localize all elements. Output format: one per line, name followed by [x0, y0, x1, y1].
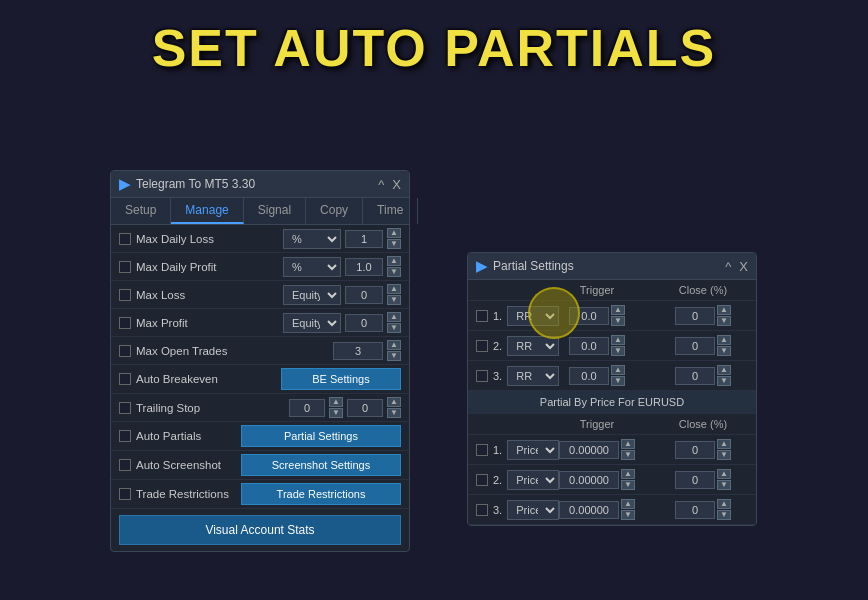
spin-down[interactable]: ▼ — [621, 510, 635, 520]
spin-down[interactable]: ▼ — [387, 323, 401, 333]
tab-setup[interactable]: Setup — [111, 198, 171, 224]
spin-up[interactable]: ▲ — [621, 499, 635, 509]
spin-down[interactable]: ▼ — [621, 450, 635, 460]
checkbox-trade-restrictions[interactable] — [119, 488, 131, 500]
partial-settings-button[interactable]: Partial Settings — [241, 425, 401, 447]
spin-up[interactable]: ▲ — [611, 305, 625, 315]
spin-up[interactable]: ▲ — [717, 335, 731, 345]
tab-copy[interactable]: Copy — [306, 198, 363, 224]
spin-down[interactable]: ▼ — [717, 510, 731, 520]
checkbox-auto-breakeven[interactable] — [119, 373, 131, 385]
checkbox-max-daily-loss[interactable] — [119, 233, 131, 245]
checkbox-price-3[interactable] — [476, 504, 488, 516]
spin-up[interactable]: ▲ — [329, 397, 343, 407]
spin-up[interactable]: ▲ — [621, 469, 635, 479]
spin-down[interactable]: ▼ — [717, 346, 731, 356]
screenshot-settings-button[interactable]: Screenshot Settings — [241, 454, 401, 476]
spin-down[interactable]: ▼ — [717, 450, 731, 460]
spin-up[interactable]: ▲ — [621, 439, 635, 449]
spin-up[interactable]: ▲ — [717, 469, 731, 479]
spin-down[interactable]: ▼ — [717, 316, 731, 326]
checkbox-auto-screenshot[interactable] — [119, 459, 131, 471]
spin-down[interactable]: ▼ — [611, 376, 625, 386]
spin-down[interactable]: ▼ — [387, 239, 401, 249]
spin-down[interactable]: ▼ — [611, 346, 625, 356]
dropdown-max-profit[interactable]: Equity% — [283, 313, 341, 333]
dropdown-max-daily-loss[interactable]: %Equity — [283, 229, 341, 249]
row-label-auto-breakeven: Auto Breakeven — [119, 373, 281, 385]
checkbox-partial-1[interactable] — [476, 310, 488, 322]
partial-minimize-button[interactable]: ^ — [725, 260, 731, 273]
checkbox-trailing-stop[interactable] — [119, 402, 131, 414]
spin-up[interactable]: ▲ — [387, 340, 401, 350]
spin-down[interactable]: ▼ — [387, 351, 401, 361]
tab-time[interactable]: Time — [363, 198, 418, 224]
input-max-loss[interactable] — [345, 286, 383, 304]
close-button[interactable]: X — [392, 178, 401, 191]
spin-down[interactable]: ▼ — [621, 480, 635, 490]
visual-account-stats-button[interactable]: Visual Account Stats — [119, 515, 401, 545]
input-price-close-3[interactable] — [675, 501, 715, 519]
spin-up[interactable]: ▲ — [387, 312, 401, 322]
input-trailing-stop-2[interactable] — [347, 399, 383, 417]
row-auto-breakeven: Auto Breakeven BE Settings — [111, 365, 409, 394]
input-price-trigger-2[interactable] — [559, 471, 619, 489]
tab-manage[interactable]: Manage — [171, 198, 243, 224]
spin-max-daily-profit: ▲ ▼ — [387, 256, 401, 277]
spin-down[interactable]: ▼ — [387, 408, 401, 418]
spin-down[interactable]: ▼ — [717, 376, 731, 386]
spin-up[interactable]: ▲ — [387, 228, 401, 238]
be-settings-button[interactable]: BE Settings — [281, 368, 401, 390]
input-close-2[interactable] — [675, 337, 715, 355]
tab-signal[interactable]: Signal — [244, 198, 306, 224]
input-max-open-trades[interactable] — [333, 342, 383, 360]
spin-up[interactable]: ▲ — [717, 305, 731, 315]
spin-up[interactable]: ▲ — [717, 365, 731, 375]
input-max-profit[interactable] — [345, 314, 383, 332]
spin-down[interactable]: ▼ — [329, 408, 343, 418]
spin-up[interactable]: ▲ — [387, 397, 401, 407]
row-label-max-daily-profit: Max Daily Profit — [119, 261, 283, 273]
input-max-daily-loss[interactable] — [345, 230, 383, 248]
control-max-daily-profit: %Equity ▲ ▼ — [283, 256, 401, 277]
input-price-trigger-1[interactable] — [559, 441, 619, 459]
spin-up[interactable]: ▲ — [611, 335, 625, 345]
spin-up[interactable]: ▲ — [717, 439, 731, 449]
checkbox-max-profit[interactable] — [119, 317, 131, 329]
checkbox-price-2[interactable] — [476, 474, 488, 486]
input-trailing-stop-1[interactable] — [289, 399, 325, 417]
spin-down[interactable]: ▼ — [387, 267, 401, 277]
partial-close-button[interactable]: X — [739, 260, 748, 273]
checkbox-max-open-trades[interactable] — [119, 345, 131, 357]
input-max-daily-profit[interactable] — [345, 258, 383, 276]
label-trailing-stop: Trailing Stop — [136, 402, 200, 414]
spin-down[interactable]: ▼ — [387, 295, 401, 305]
minimize-button[interactable]: ^ — [378, 178, 384, 191]
spin-down[interactable]: ▼ — [717, 480, 731, 490]
control-auto-breakeven: BE Settings — [281, 368, 401, 390]
dropdown-max-loss[interactable]: Equity% — [283, 285, 341, 305]
checkbox-partial-2[interactable] — [476, 340, 488, 352]
input-price-close-1[interactable] — [675, 441, 715, 459]
spin-down[interactable]: ▼ — [611, 316, 625, 326]
checkbox-auto-partials[interactable] — [119, 430, 131, 442]
input-trigger-3[interactable] — [569, 367, 609, 385]
spin-up[interactable]: ▲ — [387, 256, 401, 266]
price-row-num-1: 1. — [493, 444, 502, 456]
dropdown-max-daily-profit[interactable]: %Equity — [283, 257, 341, 277]
checkbox-max-daily-profit[interactable] — [119, 261, 131, 273]
input-trigger-1[interactable] — [569, 307, 609, 325]
trade-restrictions-button[interactable]: Trade Restrictions — [241, 483, 401, 505]
spin-up[interactable]: ▲ — [387, 284, 401, 294]
input-price-trigger-3[interactable] — [559, 501, 619, 519]
spin-up[interactable]: ▲ — [611, 365, 625, 375]
spin-up[interactable]: ▲ — [717, 499, 731, 509]
input-trigger-2[interactable] — [569, 337, 609, 355]
checkbox-max-loss[interactable] — [119, 289, 131, 301]
partial-col-headers: Trigger Close (%) — [468, 280, 756, 301]
checkbox-partial-3[interactable] — [476, 370, 488, 382]
checkbox-price-1[interactable] — [476, 444, 488, 456]
input-close-3[interactable] — [675, 367, 715, 385]
input-price-close-2[interactable] — [675, 471, 715, 489]
input-close-1[interactable] — [675, 307, 715, 325]
